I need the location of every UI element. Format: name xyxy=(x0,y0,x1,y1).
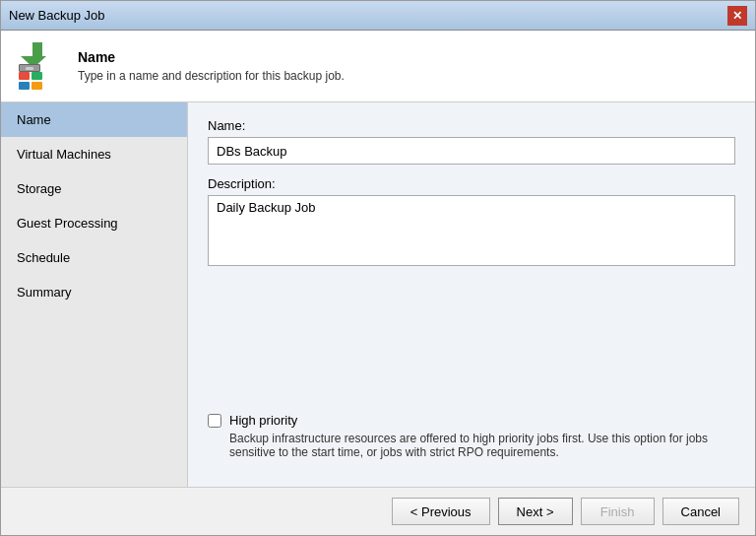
main-content: Name: Description: Daily Backup Job High… xyxy=(188,102,755,487)
sidebar-item-summary[interactable]: Summary xyxy=(1,275,187,309)
finish-button[interactable]: Finish xyxy=(581,498,655,525)
main-window: New Backup Job ✕ Name Type in a n xyxy=(0,0,756,536)
name-group: Name: xyxy=(208,118,735,165)
description-group: Description: Daily Backup Job xyxy=(208,176,735,269)
sidebar-item-name[interactable]: Name xyxy=(1,102,187,137)
header-icon xyxy=(17,42,64,90)
window-title: New Backup Job xyxy=(9,8,105,23)
header-subtitle: Type in a name and description for this … xyxy=(78,69,345,83)
header-area: Name Type in a name and description for … xyxy=(1,31,755,102)
sidebar-item-virtual-machines[interactable]: Virtual Machines xyxy=(1,137,187,171)
sidebar-item-guest-processing[interactable]: Guest Processing xyxy=(1,206,187,240)
sidebar-item-schedule[interactable]: Schedule xyxy=(1,240,187,275)
cancel-button[interactable]: Cancel xyxy=(662,498,739,525)
header-text: Name Type in a name and description for … xyxy=(78,49,345,83)
next-button[interactable]: Next > xyxy=(498,498,573,525)
win-logo-blue xyxy=(19,82,30,90)
content-area: Name Virtual Machines Storage Guest Proc… xyxy=(1,102,755,487)
footer: < Previous Next > Finish Cancel xyxy=(1,487,755,535)
close-button[interactable]: ✕ xyxy=(727,6,747,26)
priority-label: High priority xyxy=(229,413,297,428)
win-logo-red xyxy=(19,72,30,80)
sidebar-item-storage[interactable]: Storage xyxy=(1,171,187,206)
priority-description: Backup infrastructure resources are offe… xyxy=(229,432,735,459)
high-priority-checkbox[interactable] xyxy=(208,414,221,428)
win-logo-green xyxy=(32,72,42,80)
title-bar: New Backup Job ✕ xyxy=(1,1,755,31)
priority-section: High priority Backup infrastructure reso… xyxy=(208,413,735,459)
priority-checkbox-row: High priority xyxy=(208,413,735,428)
previous-button[interactable]: < Previous xyxy=(392,498,490,525)
win-logo-yellow xyxy=(32,82,42,90)
name-label: Name: xyxy=(208,118,735,133)
description-label: Description: xyxy=(208,176,735,191)
header-title: Name xyxy=(78,49,345,65)
sidebar: Name Virtual Machines Storage Guest Proc… xyxy=(1,102,188,487)
description-input[interactable]: Daily Backup Job xyxy=(208,195,735,266)
name-input[interactable] xyxy=(208,137,735,165)
